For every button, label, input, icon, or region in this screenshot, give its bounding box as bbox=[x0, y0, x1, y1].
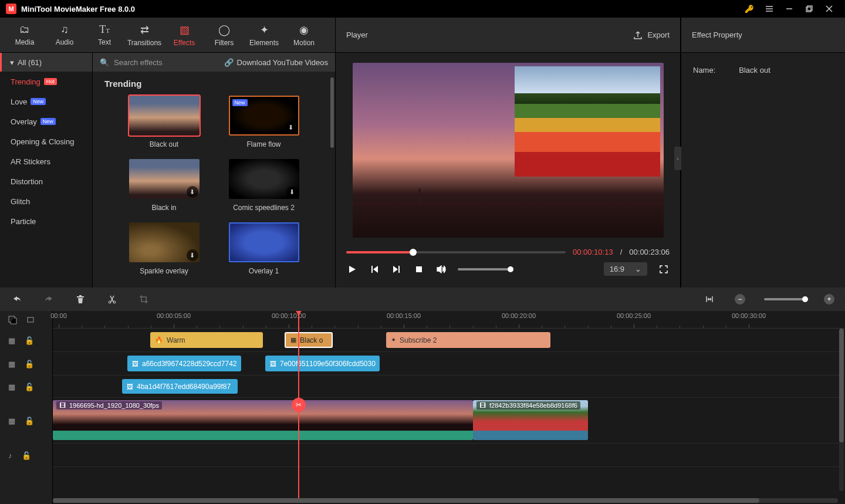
preview-canvas[interactable] bbox=[353, 63, 664, 238]
track-gutter[interactable]: ▦🔓 bbox=[0, 329, 52, 352]
clip-image[interactable]: 🖼4ba1d4f7617edd68490a99f87 bbox=[122, 379, 238, 394]
minimize-button[interactable] bbox=[779, 0, 799, 18]
zoom-in-button[interactable]: + bbox=[824, 294, 834, 305]
track-gutter[interactable]: ▦🔓 bbox=[0, 352, 52, 376]
lock-icon[interactable]: 🔓 bbox=[25, 360, 34, 368]
split-knob-icon[interactable]: ✂ bbox=[292, 398, 306, 412]
player-title: Player bbox=[346, 31, 633, 39]
clip-image[interactable]: 🖼7e00f651109e50f306fcdd5030 bbox=[265, 356, 380, 371]
download-icon[interactable]: ⬇ bbox=[187, 249, 198, 261]
category-item[interactable]: OverlayNew bbox=[0, 111, 92, 131]
clip-image[interactable]: 🖼a66cd3f9674228d529ccd7742 bbox=[127, 356, 241, 371]
track-gutter[interactable]: ▦🔓 bbox=[0, 376, 52, 398]
tab-motion[interactable]: ◉Motion bbox=[284, 19, 324, 51]
tab-audio[interactable]: ♫Audio bbox=[45, 19, 84, 51]
crop-button[interactable] bbox=[137, 293, 150, 306]
svg-rect-2 bbox=[416, 266, 422, 272]
effect-thumbnail[interactable] bbox=[129, 96, 200, 136]
split-button[interactable] bbox=[106, 293, 119, 306]
track-type-icon: ▦ bbox=[8, 383, 15, 391]
auto-fit-button[interactable] bbox=[703, 293, 716, 306]
prev-frame-button[interactable] bbox=[369, 263, 380, 275]
effect-thumbnail[interactable]: ⬇ bbox=[229, 159, 299, 199]
fullscreen-button[interactable] bbox=[658, 263, 670, 275]
download-icon[interactable]: ⬇ bbox=[286, 186, 298, 198]
timeline-ruler[interactable]: 00:0000:00:05:0000:00:10:0000:00:15:0000… bbox=[53, 311, 845, 329]
effect-thumbnail[interactable] bbox=[229, 222, 299, 262]
next-frame-button[interactable] bbox=[391, 263, 403, 275]
tab-effects[interactable]: ▧Effects bbox=[164, 19, 204, 51]
playhead[interactable]: ✂ bbox=[298, 311, 299, 498]
category-item[interactable]: AR Stickers bbox=[0, 151, 92, 171]
clip-warm[interactable]: 🔥Warm bbox=[150, 332, 263, 348]
close-button[interactable] bbox=[819, 0, 839, 18]
undo-button[interactable] bbox=[11, 293, 23, 306]
add-track-button[interactable] bbox=[8, 316, 17, 324]
effect-thumbnail[interactable]: ⬇ bbox=[129, 222, 200, 262]
gallery-scrollbar[interactable] bbox=[330, 77, 334, 148]
category-item[interactable]: Glitch bbox=[0, 191, 92, 211]
lock-icon[interactable]: 🔓 bbox=[22, 451, 31, 460]
category-item[interactable]: LoveNew bbox=[0, 92, 92, 111]
tab-media[interactable]: 🗂Media bbox=[5, 19, 45, 51]
aspect-ratio-select[interactable]: 16:9 ⌄ bbox=[604, 262, 647, 276]
search-input[interactable]: Search effects bbox=[114, 58, 219, 67]
star-icon: ✦ bbox=[391, 336, 396, 344]
timeline-v-scrollbar[interactable] bbox=[839, 329, 844, 491]
video-icon: 🎞 bbox=[59, 402, 66, 409]
download-icon[interactable]: ⬇ bbox=[285, 121, 297, 133]
upgrade-key-icon[interactable] bbox=[739, 0, 759, 18]
clip-video[interactable]: 🎞f2842b3933f84e58eb8d9168f6 bbox=[473, 400, 588, 440]
chevron-down-icon: ⌄ bbox=[635, 265, 641, 273]
clip-video[interactable]: 🎞1966695-hd_1920_1080_30fps bbox=[53, 400, 473, 440]
effect-thumbnail[interactable]: New⬇ bbox=[229, 96, 299, 136]
collapse-panel-button[interactable]: › bbox=[674, 147, 681, 170]
effect-label: Overlay 1 bbox=[249, 267, 279, 275]
category-item[interactable]: Distortion bbox=[0, 171, 92, 191]
category-item[interactable]: Particle bbox=[0, 211, 92, 231]
volume-icon[interactable] bbox=[435, 263, 447, 275]
track-gutter[interactable]: ♪🔓 bbox=[0, 444, 52, 467]
volume-slider[interactable] bbox=[458, 268, 511, 270]
track-audio[interactable] bbox=[53, 444, 845, 467]
download-icon[interactable]: ⬇ bbox=[187, 186, 198, 198]
image-icon: 🖼 bbox=[127, 383, 133, 390]
tab-elements[interactable]: ✦Elements bbox=[244, 19, 284, 51]
export-button[interactable]: Export bbox=[633, 31, 670, 40]
main-tabs: 🗂Media ♫Audio TTText ⇄Transitions ▧Effec… bbox=[0, 18, 336, 53]
category-all[interactable]: ▾ All (61) bbox=[0, 53, 92, 72]
image-icon: 🖼 bbox=[132, 360, 138, 367]
effect-icon: ▦ bbox=[290, 336, 296, 344]
delete-button[interactable] bbox=[74, 293, 87, 306]
play-button[interactable] bbox=[346, 263, 358, 275]
clip-blackout[interactable]: ▦Black o bbox=[285, 332, 333, 348]
lock-icon[interactable]: 🔓 bbox=[25, 417, 34, 425]
lock-icon[interactable]: 🔓 bbox=[25, 383, 34, 391]
track-image-1[interactable]: 🖼a66cd3f9674228d529ccd7742 🖼7e00f651109e… bbox=[53, 352, 845, 376]
download-youtube-link[interactable]: 🔗 Download YouTube Videos bbox=[224, 58, 328, 67]
zoom-slider[interactable] bbox=[764, 298, 805, 300]
track-image-2[interactable]: 🖼4ba1d4f7617edd68490a99f87 bbox=[53, 376, 845, 398]
menu-icon[interactable] bbox=[759, 0, 779, 18]
track-video[interactable]: 🎞1966695-hd_1920_1080_30fps 🎞f2842b3933f… bbox=[53, 398, 845, 444]
redo-button[interactable] bbox=[42, 293, 55, 306]
clip-subscribe[interactable]: ✦Subscribe 2 bbox=[386, 332, 550, 348]
track-effects[interactable]: 🔥Warm ▦Black o ✦Subscribe 2 bbox=[53, 329, 845, 352]
track-gutter[interactable]: ▦🔓 bbox=[0, 398, 52, 444]
tab-text[interactable]: TTText bbox=[84, 19, 124, 51]
category-item[interactable]: TrendingHot bbox=[0, 72, 92, 92]
effect-thumbnail[interactable]: ⬇ bbox=[129, 159, 200, 199]
tab-filters[interactable]: ◯Filters bbox=[204, 19, 244, 51]
track-collapse-button[interactable] bbox=[26, 316, 35, 324]
app-title: MiniTool MovieMaker Free 8.0.0 bbox=[21, 5, 135, 13]
category-item[interactable]: Opening & Closing bbox=[0, 131, 92, 151]
search-icon[interactable]: 🔍 bbox=[100, 58, 109, 67]
scrub-bar[interactable]: 00:00:10:13 / 00:00:23:06 bbox=[346, 248, 670, 256]
stop-button[interactable] bbox=[413, 263, 425, 275]
track-type-icon: ♪ bbox=[8, 451, 12, 460]
tab-transitions[interactable]: ⇄Transitions bbox=[124, 19, 164, 51]
lock-icon[interactable]: 🔓 bbox=[25, 336, 34, 345]
timeline-h-scrollbar[interactable] bbox=[53, 498, 838, 503]
zoom-out-button[interactable]: − bbox=[735, 294, 745, 305]
maximize-button[interactable] bbox=[799, 0, 819, 18]
